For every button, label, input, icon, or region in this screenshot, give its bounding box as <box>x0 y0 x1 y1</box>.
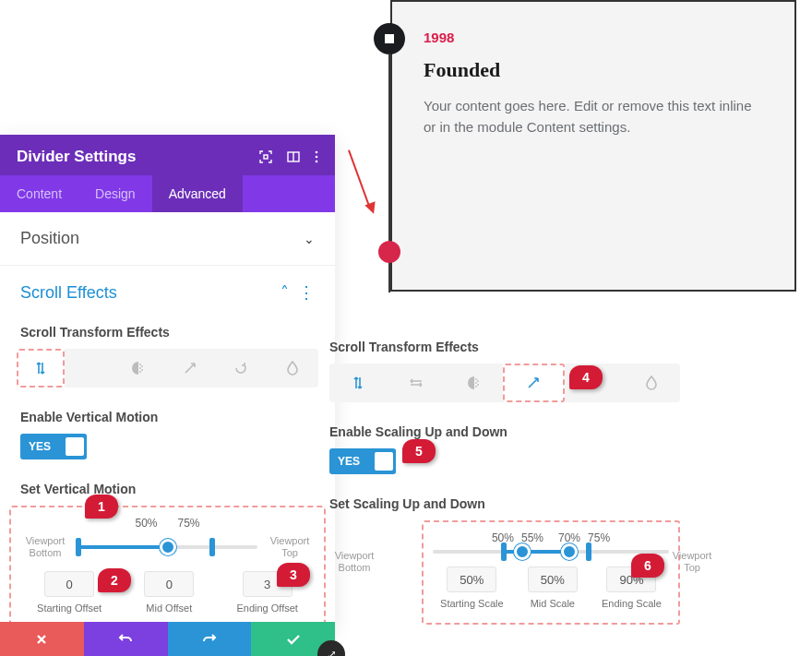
starting-offset-caption: Starting Offset <box>37 602 102 614</box>
overflow-icon[interactable]: ⋮ <box>298 282 315 303</box>
timeline-year: 1998 <box>424 30 765 45</box>
set-scaling-label: Set Scaling Up and Down <box>329 491 680 520</box>
mid-scale-caption: Mid Scale <box>528 598 578 610</box>
badge-2: 2 <box>98 568 131 592</box>
modal-header: Divider Settings <box>0 135 335 175</box>
badge-4: 4 <box>569 365 603 389</box>
set-vertical-label: Set Vertical Motion <box>0 476 335 506</box>
enable-vertical-label: Enable Vertical Motion <box>0 404 335 434</box>
section-scroll-effects[interactable]: Scroll Effects ˄ ⋮ <box>0 266 335 319</box>
ending-scale-caption: Ending Scale <box>602 598 662 610</box>
enable-scaling-toggle[interactable]: YES <box>329 448 396 474</box>
viewport-top-label: Viewport Top <box>265 535 315 558</box>
annotation-arrow-head <box>364 201 378 215</box>
scale-label-1: 55% <box>521 531 543 544</box>
scroll-indicator-dot <box>378 241 400 263</box>
toggle-yes-label: YES <box>329 448 368 474</box>
svg-point-14 <box>475 386 477 388</box>
effect-horizontal-icon[interactable] <box>65 349 113 388</box>
viewport-bottom-label: Viewport Bottom <box>20 535 70 558</box>
section-position-label: Position <box>20 229 79 248</box>
toggle-yes-label: YES <box>20 434 59 459</box>
badge-6: 6 <box>631 554 664 578</box>
tab-advanced[interactable]: Advanced <box>152 175 243 212</box>
overflow-icon[interactable] <box>315 150 318 163</box>
section-scroll-effects-label: Scroll Effects <box>20 283 117 303</box>
svg-point-7 <box>139 367 141 369</box>
mid-offset-input[interactable] <box>144 571 194 597</box>
starting-offset-input[interactable] <box>44 571 94 597</box>
effect-fade-icon[interactable] <box>113 349 164 388</box>
svg-point-2 <box>316 151 318 154</box>
mid-scale-input[interactable] <box>528 567 578 592</box>
mid-offset-caption: Mid Offset <box>144 602 194 614</box>
scaling-slider-track[interactable] <box>433 550 669 554</box>
svg-point-3 <box>316 156 318 159</box>
modal-action-bar <box>0 622 335 656</box>
effect-blur-icon[interactable] <box>267 349 318 388</box>
modal-title: Divider Settings <box>17 148 136 166</box>
enable-vertical-toggle[interactable]: YES <box>20 434 87 459</box>
preview-card: 1998 Founded Your content goes here. Edi… <box>390 0 796 292</box>
effect-vertical-icon[interactable] <box>329 364 388 402</box>
effect-rotate-icon[interactable] <box>216 349 268 388</box>
badge-1: 1 <box>85 495 118 519</box>
vertical-slider-track[interactable] <box>78 545 257 549</box>
svg-rect-0 <box>264 155 268 159</box>
svg-point-4 <box>316 161 318 163</box>
scroll-effects-toggle-row-right <box>329 364 680 402</box>
svg-point-11 <box>477 380 479 382</box>
slider-label-end: 75% <box>178 517 200 530</box>
settings-tabs: Content Design Advanced <box>0 175 335 212</box>
effect-scale-icon[interactable] <box>164 349 216 388</box>
svg-point-12 <box>475 382 477 384</box>
scroll-transform-label: Scroll Transform Effects <box>0 319 335 349</box>
expand-icon[interactable]: ⤢ <box>317 640 345 656</box>
badge-5: 5 <box>402 439 436 463</box>
scaling-panel: Scroll Transform Effects Enable Scaling … <box>329 334 680 625</box>
chevron-up-icon: ˄ <box>281 282 289 303</box>
starting-scale-caption: Starting Scale <box>440 598 503 610</box>
starting-scale-input[interactable] <box>447 567 496 592</box>
effect-scale-icon[interactable] <box>503 364 565 402</box>
svg-point-13 <box>477 384 479 386</box>
redo-button[interactable] <box>168 622 252 656</box>
svg-point-8 <box>141 369 143 371</box>
divider-settings-modal: Divider Settings Content Design Advanced… <box>0 135 335 629</box>
scroll-effects-toggle-row <box>17 349 318 388</box>
timeline-body: Your content goes here. Edit or remove t… <box>424 95 765 138</box>
svg-point-5 <box>139 364 141 365</box>
slider-label-mid: 50% <box>135 517 157 530</box>
timeline-marker <box>374 23 405 54</box>
viewport-top-label: Viewport Top <box>667 550 717 573</box>
columns-icon[interactable] <box>287 150 300 163</box>
svg-point-9 <box>139 371 141 373</box>
discard-button[interactable] <box>0 622 84 656</box>
tab-content[interactable]: Content <box>0 175 78 212</box>
enable-scaling-label: Enable Scaling Up and Down <box>329 419 680 448</box>
effect-fade-icon[interactable] <box>445 364 503 402</box>
scale-label-2: 70% <box>558 531 580 544</box>
effect-blur-icon[interactable] <box>622 364 680 402</box>
viewport-bottom-label: Viewport Bottom <box>329 550 379 573</box>
effect-vertical-icon[interactable] <box>17 349 65 388</box>
scroll-transform-label-right: Scroll Transform Effects <box>329 334 680 364</box>
undo-button[interactable] <box>84 622 168 656</box>
ending-offset-caption: Ending Offset <box>236 602 297 614</box>
focus-icon[interactable] <box>259 150 272 163</box>
annotation-arrow <box>348 149 370 208</box>
svg-point-10 <box>475 378 477 380</box>
tab-design[interactable]: Design <box>78 175 152 212</box>
section-position[interactable]: Position ⌄ <box>0 212 335 266</box>
badge-3: 3 <box>277 563 310 587</box>
svg-point-6 <box>141 365 143 367</box>
timeline-title: Founded <box>424 58 765 82</box>
chevron-down-icon: ⌄ <box>304 232 315 246</box>
effect-horizontal-icon[interactable] <box>388 364 446 402</box>
